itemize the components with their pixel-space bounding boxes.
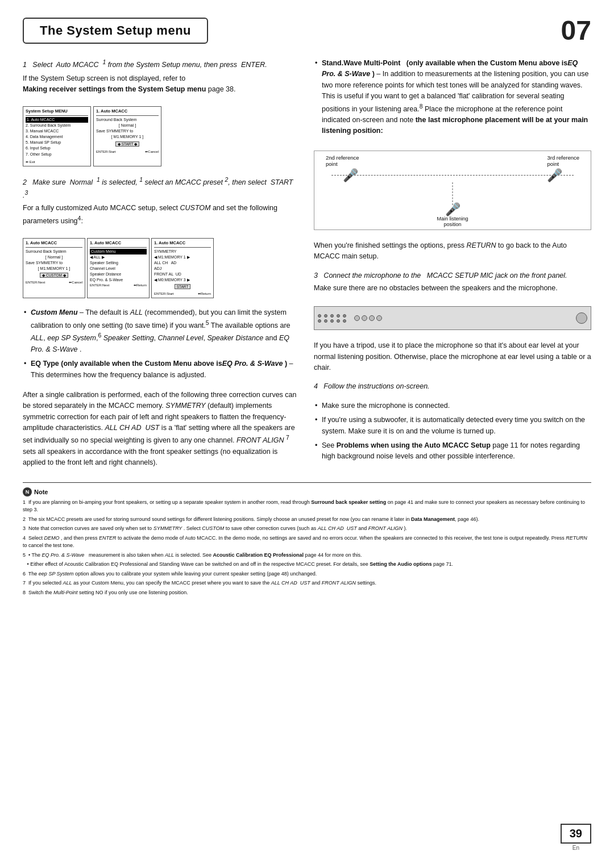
all-label: ALL: [130, 308, 143, 316]
custom-label: CUSTOM: [180, 204, 211, 212]
screen-c-adj: ADJ: [154, 266, 211, 272]
dot-3: [330, 314, 334, 318]
cancel-a: ⬅Cancel: [69, 280, 82, 285]
screen-footer-1: ⬅ Exit: [26, 160, 88, 164]
bullet-custom-menu: Custom Menu – The default is ALL (recomm…: [23, 307, 300, 355]
screens-row-1: System Setup MENU 1. Auto MCACC 2. Surro…: [23, 106, 300, 166]
screen-b-all: ◀ ALL ▶: [90, 254, 147, 260]
note-icon: N: [23, 487, 32, 496]
step2-italic: 2 Make sure Normal 1 is selected, 1 sele…: [23, 178, 293, 199]
screen-item-1: 1. Auto MCACC: [26, 117, 88, 123]
label-3rd-ref: 3rd referencepoint: [547, 155, 579, 167]
mic-3rd: 🎤: [547, 168, 562, 183]
screen-b-custom-menu: Custom Menu: [90, 249, 147, 254]
dot-2: [324, 314, 327, 318]
dot-grid-left: [318, 314, 347, 323]
dot-4: [337, 314, 340, 318]
screen-system-setup-title: System Setup MENU: [26, 108, 88, 116]
screen-b-footer: ENTER:Next ⬅Return: [90, 283, 147, 287]
reference-diagram: 2nd referencepoint 3rd referencepoint 🎤 …: [314, 151, 591, 230]
screen-auto-mcacc: 1. Auto MCACC Surround Back System [ Nor…: [93, 106, 161, 166]
page-container: The System Setup menu 07 1 Select Auto M…: [0, 0, 614, 868]
note-item-5b: • Either effect of Acoustic Calibration …: [23, 561, 591, 569]
dot-9: [337, 319, 340, 323]
eq-type-condition: (only available when the Custom Menu abo…: [61, 360, 287, 368]
step1-bold: Making receiver settings from the System…: [23, 85, 206, 93]
bullet-custom-label: Custom Menu: [31, 308, 78, 316]
screen-item-5: 5. Manual SP Setup: [26, 140, 88, 145]
standwave-bold: Stand.Wave Multi-Point: [322, 59, 400, 67]
screen-a-custom: ◆ CUSTOM ◆: [27, 273, 81, 279]
note-title: N Note: [23, 487, 591, 496]
screen-footer-2: ENTER:Start ⬅Cancel: [96, 149, 159, 154]
step3-italic: 3 Connect the microphone to the MCACC SE…: [314, 272, 567, 279]
dot-8: [330, 319, 334, 323]
front-panel-diagram: [314, 306, 591, 330]
start-button-c[interactable]: START: [175, 284, 191, 289]
step4-italic: 4 Follow the instructions on-screen.: [314, 382, 430, 390]
return-b: ⬅Return: [134, 283, 147, 287]
dot-1: [318, 314, 321, 318]
note-item-7: 7 If you selected ALL as your Custom Men…: [23, 579, 591, 587]
note-item-3: 3 Note that correction curves are saved …: [23, 525, 591, 533]
step1-italic: 1 Select Auto MCACC 1 from the System Se…: [23, 61, 267, 69]
screen-auto-mcacc-title: 1. Auto MCACC: [96, 108, 159, 116]
start-button-1[interactable]: ◆ START ◆: [115, 141, 139, 147]
screens-3-row: 1. Auto MCACC Surround Back System [ Nor…: [23, 238, 300, 298]
step4-bullet-3: See Problems when using the Auto MCACC S…: [314, 440, 591, 462]
note-item-4: 4 Select DEMO , and then press ENTER to …: [23, 535, 591, 550]
enter-next-b: ENTER:Next: [90, 283, 109, 287]
screen-b-distance: Speaker Distance: [90, 272, 147, 277]
note-item-1: 1 If you are planning on bi-amping your …: [23, 499, 591, 514]
dot-7: [324, 319, 327, 323]
screen-item-6: 6. Input Setup: [26, 145, 88, 151]
screen-a-surr: Surround Back System: [26, 249, 82, 254]
custom-menu-bold: Custom Menu: [31, 308, 78, 316]
paragraph-calibration: After a single calibration is performed,…: [23, 390, 300, 469]
step2-body: For a fully customized Auto MCACC setup,…: [23, 203, 300, 227]
dot-5: [343, 314, 346, 318]
step1-body: If the System Setup screen is not displa…: [23, 73, 300, 95]
screen-custom-c: 1. Auto MCACC SYMMETRY ◀ M1:MEMORY 1 ▶ A…: [151, 238, 214, 298]
custom-button[interactable]: ◆ CUSTOM ◆: [40, 273, 68, 278]
step4-text: 4 Follow the instructions on-screen.: [314, 381, 591, 392]
panel-btn-1: [354, 315, 360, 321]
screen-a-footer: ENTER:Next ⬅Cancel: [26, 280, 82, 285]
mic-main: 🎤: [445, 202, 460, 217]
problems-bold: Problems when using the Auto MCACC Setup: [337, 441, 491, 449]
panel-btn-3: [369, 315, 375, 321]
frontalign-term: FRONT ALIGN: [237, 437, 284, 445]
screen-system-setup: System Setup MENU 1. Auto MCACC 2. Surro…: [23, 106, 91, 166]
page-number-box: 39 En: [561, 824, 591, 851]
arrow-line: [453, 182, 453, 205]
mic-2nd: 🎤: [343, 168, 358, 183]
dot-10: [343, 319, 346, 323]
left-column: 1 Select Auto MCACC 1 from the System Se…: [23, 58, 300, 471]
enter-start-c: ENTER:Start: [154, 291, 174, 296]
page-title: The System Setup menu: [23, 18, 208, 44]
step1-text: 1 Select Auto MCACC 1 from the System Se…: [23, 58, 300, 95]
chapter-number: 07: [561, 17, 591, 44]
symmetry-term: SYMMETRY: [165, 402, 205, 410]
screen-m1mem: [ M1:MEMORY 1 ]: [96, 134, 159, 140]
screen-c-sym: SYMMETRY: [154, 249, 211, 254]
label-2nd-ref: 2nd referencepoint: [326, 155, 359, 167]
screen-a-normal: [ Normal ]: [26, 254, 82, 260]
screen-a-save: Save SYMMETRY to: [26, 260, 82, 266]
panel-controls: [354, 315, 382, 321]
panel-btn-2: [362, 315, 367, 321]
step4-bullets: Make sure the microphone is connected. I…: [314, 400, 591, 466]
note-item-8: 8 Switch the Multi-Point setting NO if y…: [23, 589, 591, 597]
step4-intro: If you have a tripod, use it to place th…: [314, 340, 591, 373]
screen-a-title: 1. Auto MCACC: [26, 240, 82, 248]
screen-save-sym: Save SYMMETRY to: [96, 128, 159, 134]
screen-c-start: START: [155, 284, 210, 290]
step3-body: Make sure there are no obstacles between…: [314, 283, 591, 294]
screen-normal: [ Normal ]: [96, 123, 159, 128]
step2-text: 2 Make sure Normal 1 is selected, 1 sele…: [23, 176, 300, 227]
step4-bullet-2: If you're using a subwoofer, it is autom…: [314, 415, 591, 437]
screen-custom-b: 1. Auto MCACC Custom Menu ◀ ALL ▶ Speake…: [87, 238, 150, 298]
cancel-btn: ⬅Cancel: [145, 149, 159, 154]
enter-start: ENTER:Start: [96, 149, 116, 154]
dot-6: [318, 319, 321, 323]
